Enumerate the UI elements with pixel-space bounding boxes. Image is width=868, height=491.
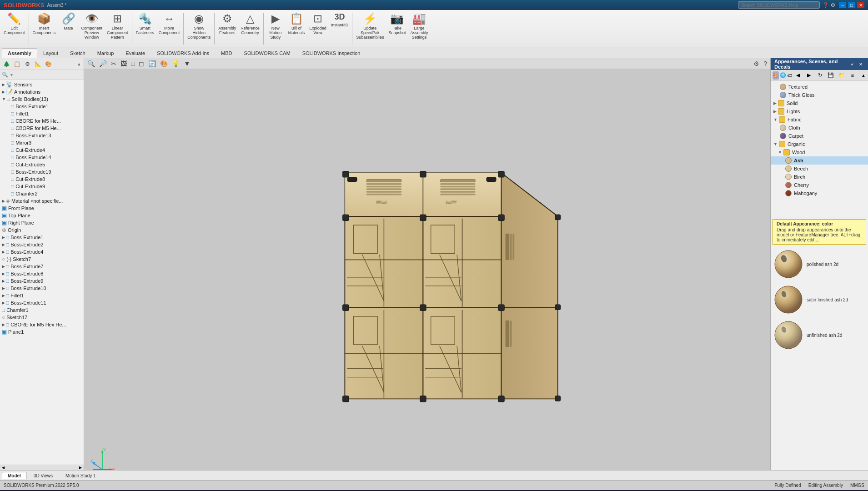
- boss-extrude7-expand[interactable]: ▶: [2, 264, 5, 269]
- tree-item-top-plane[interactable]: ▣ Top Plane: [0, 212, 84, 219]
- feature-manager-icon[interactable]: 🌲: [2, 60, 11, 69]
- app-item-cloth[interactable]: Cloth: [771, 124, 868, 132]
- move-component-button[interactable]: ↔ MoveComponent: [157, 11, 182, 43]
- app-item-ash[interactable]: Ash: [771, 156, 868, 165]
- take-snapshot-button[interactable]: 📷 TakeSnapshot: [386, 11, 407, 43]
- tree-item-solid-bodies[interactable]: ▼ □ Solid Bodies(13): [0, 95, 84, 103]
- boss-extrude4-expand[interactable]: ▶: [2, 250, 5, 254]
- app-item-mahogany[interactable]: Mahogany: [771, 189, 868, 197]
- boss-extrude11-expand[interactable]: ▶: [2, 301, 5, 305]
- view-settings-icon[interactable]: ⚙: [752, 60, 761, 68]
- app-item-fabric[interactable]: ▼ Fabric: [771, 115, 868, 124]
- tree-item-cbore1[interactable]: □ CBORE for M5 He...: [0, 117, 84, 125]
- annotations-expand[interactable]: ▶: [2, 90, 5, 94]
- thumb-unfinished-ash[interactable]: unfinished ash 2d: [773, 319, 866, 351]
- tree-item-cut-extrude4[interactable]: □ Cut-Extrude4: [0, 146, 84, 154]
- tree-item-boss-extrude19[interactable]: □ Boss-Extrude19: [0, 168, 84, 175]
- tree-item-material[interactable]: ▶ ◈ Material <not specifie...: [0, 197, 84, 205]
- edit-component-button[interactable]: ✏️ EditComponent: [2, 11, 27, 43]
- tree-item-boss-extrude7[interactable]: ▶ □ Boss-Extrude7: [0, 263, 84, 270]
- tab-model[interactable]: Model: [2, 472, 27, 479]
- tab-3d-views[interactable]: 3D Views: [28, 472, 59, 479]
- tree-item-boss-extrude2[interactable]: ▶ □ Boss-Extrude2: [0, 241, 84, 248]
- viewport[interactable]: 🔍 🔎 ✂ 🖼 □ ◻ 🔄 🎨 💡 ▼ ⚙ ?: [84, 58, 770, 470]
- property-manager-icon[interactable]: 📋: [12, 60, 21, 69]
- tree-item-boss-extrude1-child[interactable]: □ Boss-Extrude1: [0, 103, 84, 110]
- tree-item-right-plane[interactable]: ▣ Right Plane: [0, 219, 84, 226]
- rp-up[interactable]: ▲: [858, 71, 868, 80]
- tree-item-boss-extrude1[interactable]: ▶ □ Boss-Extrude1: [0, 234, 84, 241]
- cbore-hex-expand[interactable]: ▶: [2, 322, 5, 327]
- rp-nav-forward[interactable]: ▶: [804, 71, 814, 80]
- close-button[interactable]: ✕: [857, 2, 864, 8]
- app-item-lights[interactable]: ▶ Lights: [771, 107, 868, 115]
- help-icon[interactable]: ❓: [823, 2, 829, 8]
- tab-sketch[interactable]: Sketch: [64, 48, 91, 58]
- tab-sw-addins[interactable]: SOLIDWORKS Add-Ins: [151, 48, 215, 58]
- tree-item-boss-extrude11[interactable]: ▶ □ Boss-Extrude11: [0, 299, 84, 306]
- reference-geometry-button[interactable]: △ ReferenceGeometry: [239, 11, 261, 43]
- view-section-icon[interactable]: ✂: [110, 60, 118, 68]
- tab-motion-study-1[interactable]: Motion Study 1: [60, 472, 102, 479]
- tree-item-boss-extrude10[interactable]: ▶ □ Boss-Extrude10: [0, 285, 84, 292]
- appearances-tab-btn[interactable]: 🎨: [773, 71, 779, 80]
- view-display-icon[interactable]: □: [130, 60, 136, 68]
- app-item-beech[interactable]: Beech: [771, 165, 868, 173]
- rp-save[interactable]: 💾: [826, 71, 836, 80]
- tree-item-mirror3[interactable]: □ Mirror3: [0, 139, 84, 146]
- tree-item-fillet1[interactable]: □ Fillet1: [0, 110, 84, 117]
- app-item-organic[interactable]: ▼ Organic: [771, 140, 868, 148]
- material-expand[interactable]: ▶: [2, 199, 5, 203]
- help-search[interactable]: [738, 1, 820, 9]
- sensors-expand[interactable]: ▶: [2, 82, 5, 87]
- organic-expand[interactable]: ▼: [773, 142, 778, 146]
- minimize-button[interactable]: ─: [839, 2, 846, 8]
- tree-item-boss-extrude13[interactable]: □ Boss-Extrude13: [0, 132, 84, 139]
- show-hidden-button[interactable]: ◉ ShowHiddenComponents: [186, 11, 212, 43]
- app-item-cherry[interactable]: Cherry: [771, 181, 868, 189]
- tab-evaluate[interactable]: Evaluate: [120, 48, 151, 58]
- settings-icon[interactable]: ⚙: [831, 2, 835, 8]
- rp-list-view[interactable]: ≡: [848, 71, 858, 80]
- app-item-solid[interactable]: ▶ Solid: [771, 99, 868, 107]
- wood-expand[interactable]: ▼: [778, 150, 782, 155]
- boss-extrude8-expand[interactable]: ▶: [2, 271, 5, 276]
- fabric-expand[interactable]: ▼: [773, 117, 778, 122]
- view-help-icon[interactable]: ?: [762, 60, 768, 68]
- tree-item-chamfer2[interactable]: □ Chamfer2: [0, 190, 84, 197]
- tree-item-boss-extrude8[interactable]: ▶ □ Boss-Extrude8: [0, 270, 84, 277]
- thumb-polished-ash[interactable]: polished ash 2d: [773, 248, 866, 280]
- rp-new-folder[interactable]: 📁: [837, 71, 847, 80]
- component-preview-button[interactable]: 👁️ ComponentPreviewWindow: [80, 11, 105, 43]
- config-manager-icon[interactable]: ⚙: [23, 60, 32, 69]
- exploded-view-button[interactable]: ⊡ ExplodedView: [307, 11, 328, 43]
- tree-item-front-plane[interactable]: ▣ Front Plane: [0, 205, 84, 212]
- assembly-features-button[interactable]: ⚙ AssemblyFeatures: [216, 11, 238, 43]
- rp-nav-back[interactable]: ◀: [793, 71, 803, 80]
- view-more-icon[interactable]: ▼: [182, 60, 191, 68]
- tab-assembly[interactable]: Assembly: [2, 48, 37, 58]
- app-item-textured[interactable]: Textured: [771, 83, 868, 91]
- tree-item-plane1[interactable]: ▣ Plane1: [0, 328, 84, 336]
- view-orient-icon[interactable]: 🔍: [86, 60, 96, 68]
- boss-extrude9-expand[interactable]: ▶: [2, 279, 5, 283]
- tab-mbd[interactable]: MBD: [215, 48, 238, 58]
- insert-components-button[interactable]: 📦 InsertComponents: [31, 11, 58, 43]
- app-item-wood[interactable]: ▼ Wood: [771, 148, 868, 156]
- tree-item-boss-extrude4[interactable]: ▶ □ Boss-Extrude4: [0, 248, 84, 256]
- boss-extrude2-expand[interactable]: ▶: [2, 242, 5, 247]
- panel-close-button[interactable]: ✕: [857, 61, 864, 68]
- solid-expand[interactable]: ▶: [773, 101, 777, 105]
- solid-bodies-expand[interactable]: ▼: [2, 97, 6, 101]
- tree-item-boss-extrude14[interactable]: □ Boss-Extrude14: [0, 154, 84, 161]
- tab-markup[interactable]: Markup: [91, 48, 120, 58]
- tree-item-cut-extrude5[interactable]: □ Cut-Extrude5: [0, 161, 84, 168]
- tree-item-sensors[interactable]: ▶ 📡 Sensors: [0, 81, 84, 88]
- bill-of-materials-button[interactable]: 📋 Bill ofMaterials: [286, 11, 307, 43]
- view-hide-icon[interactable]: ◻: [137, 60, 146, 68]
- boss-extrude10-expand[interactable]: ▶: [2, 286, 5, 291]
- view-color-icon[interactable]: 🎨: [159, 60, 169, 68]
- display-manager-icon[interactable]: 🎨: [44, 60, 53, 69]
- update-speedpak-button[interactable]: ⚡ UpdateSpeedPakSubassemblies: [354, 11, 386, 43]
- view-render-icon[interactable]: 🖼: [119, 60, 128, 68]
